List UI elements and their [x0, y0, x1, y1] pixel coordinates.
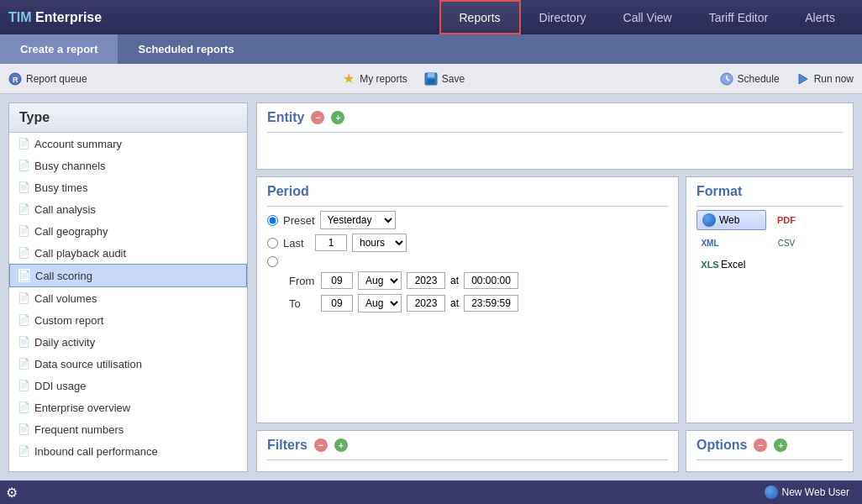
list-item[interactable]: 📄Frequent numbers: [9, 418, 247, 440]
settings-button[interactable]: ⚙: [0, 480, 24, 504]
filters-header: Filters − +: [267, 438, 668, 453]
filters-plus-button[interactable]: +: [334, 438, 348, 452]
document-icon: 📄: [18, 159, 29, 172]
options-title: Options: [696, 438, 747, 453]
custom-range-radio[interactable]: [267, 256, 278, 267]
document-icon: 📄: [18, 246, 29, 260]
type-header: Type: [9, 103, 247, 133]
report-queue-label: Report queue: [26, 73, 87, 85]
schedule-button[interactable]: Schedule: [720, 72, 780, 86]
globe-status-icon: [765, 486, 778, 499]
from-label: From: [289, 275, 316, 287]
preset-select[interactable]: Yesterday Today This week Last week This…: [320, 211, 396, 229]
document-icon: 📄: [18, 224, 29, 238]
schedule-icon: [720, 72, 733, 86]
pdf-icon: PDF: [779, 214, 794, 226]
format-xml[interactable]: XML: [696, 234, 766, 252]
list-item[interactable]: 📄Custom report: [9, 309, 247, 331]
last-radio[interactable]: [267, 238, 278, 249]
from-year-input[interactable]: [407, 272, 445, 289]
save-button[interactable]: Save: [424, 72, 465, 86]
csv-icon: CSV: [779, 237, 794, 249]
entity-header: Entity − +: [267, 110, 843, 125]
list-item[interactable]: 📄Busy times: [9, 176, 247, 198]
list-item[interactable]: 📄Call playback audit: [9, 242, 247, 264]
star-icon: ★: [342, 72, 355, 86]
last-label: Last: [283, 237, 310, 249]
type-item-label: DDI usage: [34, 380, 86, 392]
format-divider: [696, 206, 843, 207]
my-reports-button[interactable]: ★ My reports: [342, 72, 407, 86]
to-year-input[interactable]: [407, 295, 445, 312]
options-plus-button[interactable]: +: [774, 438, 787, 452]
nav-tariff-editor[interactable]: Tariff Editor: [691, 0, 787, 34]
nav-directory[interactable]: Directory: [521, 0, 605, 34]
list-item[interactable]: 📄Call analysis: [9, 198, 247, 220]
format-pdf[interactable]: PDF: [773, 210, 843, 230]
entity-minus-button[interactable]: −: [311, 111, 324, 124]
list-item[interactable]: 📄Account summary: [9, 133, 247, 155]
to-label: To: [289, 297, 316, 310]
format-web[interactable]: Web: [696, 210, 766, 230]
type-item-label: Data source utilisation: [34, 358, 142, 370]
svg-rect-3: [428, 73, 434, 77]
format-title: Format: [696, 184, 742, 199]
last-row: Last hours days weeks: [267, 234, 668, 252]
to-month-select[interactable]: Aug: [358, 294, 402, 312]
entity-plus-button[interactable]: +: [331, 111, 344, 124]
last-value-input[interactable]: [315, 234, 347, 251]
run-now-button[interactable]: Run now: [796, 72, 854, 86]
document-icon: 📄: [18, 401, 29, 414]
status-bar: New Web User: [0, 480, 862, 504]
list-item[interactable]: 📄Call volumes: [9, 287, 247, 309]
report-queue-button[interactable]: R Report queue: [8, 72, 87, 86]
list-item[interactable]: 📄Data source utilisation: [9, 353, 247, 375]
format-options: Web PDF XML CSV XLS: [696, 210, 843, 274]
tab-scheduled-reports[interactable]: Scheduled reports: [118, 34, 254, 64]
document-icon: 📄: [18, 291, 29, 305]
web-icon: [702, 213, 716, 227]
new-web-user-button[interactable]: New Web User: [765, 486, 849, 499]
type-item-label: Enterprise overview: [34, 402, 130, 414]
list-item[interactable]: 📄Daily activity: [9, 331, 247, 353]
to-time-input[interactable]: [464, 295, 518, 312]
run-now-label: Run now: [814, 73, 854, 85]
schedule-label: Schedule: [738, 73, 780, 85]
preset-radio[interactable]: [267, 215, 278, 226]
from-day-input[interactable]: [321, 272, 353, 289]
options-divider: [696, 459, 843, 460]
sub-tabs: Create a report Scheduled reports: [0, 34, 862, 64]
app-logo: TIM Enterprise: [8, 10, 102, 25]
period-title: Period: [267, 184, 309, 199]
list-item[interactable]: 📄Busy channels: [9, 155, 247, 176]
from-time-input[interactable]: [464, 272, 518, 289]
list-item[interactable]: 📄DDI usage: [9, 375, 247, 396]
type-item-label: Inbound call performance: [34, 445, 158, 458]
nav-reports[interactable]: Reports: [439, 0, 521, 34]
filters-minus-button[interactable]: −: [314, 438, 328, 452]
save-label: Save: [442, 73, 465, 85]
to-day-input[interactable]: [321, 295, 353, 312]
last-unit-select[interactable]: hours days weeks: [352, 234, 407, 252]
list-item[interactable]: 📄Inbound call performance: [9, 440, 247, 462]
top-navigation: TIM Enterprise Reports Directory Call Vi…: [0, 0, 862, 34]
preset-row: Preset Yesterday Today This week Last we…: [267, 211, 668, 229]
list-item[interactable]: 📄Call scoring: [9, 264, 247, 287]
list-item[interactable]: 📄Enterprise overview: [9, 396, 247, 418]
list-item[interactable]: 📄Call geography: [9, 220, 247, 242]
nav-alerts[interactable]: Alerts: [786, 0, 854, 34]
format-excel[interactable]: XLS Excel: [696, 255, 766, 274]
format-csv[interactable]: CSV: [773, 234, 843, 252]
type-item-label: Call scoring: [35, 270, 92, 282]
tab-create-report[interactable]: Create a report: [0, 34, 118, 64]
from-row: From Aug at: [267, 271, 668, 290]
entity-panel: Entity − +: [256, 102, 854, 170]
options-minus-button[interactable]: −: [754, 438, 767, 452]
toolbar: R Report queue ★ My reports Save Schedul…: [0, 64, 862, 94]
filters-title: Filters: [267, 438, 307, 453]
nav-call-view[interactable]: Call View: [605, 0, 691, 34]
svg-text:R: R: [13, 76, 18, 84]
document-icon: 📄: [18, 423, 29, 436]
type-item-label: Busy channels: [34, 160, 106, 172]
from-month-select[interactable]: Aug: [358, 271, 402, 290]
